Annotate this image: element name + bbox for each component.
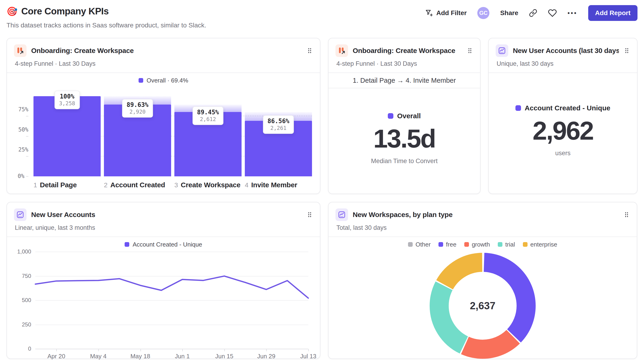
funnel-chart: 75%50%25%0%100%3,25889.63%2,92089.45%2,6… [15, 96, 312, 176]
legend-label: trial [505, 241, 515, 248]
line-report-icon [496, 44, 508, 57]
x-axis-tick [182, 349, 183, 351]
donut-center-total: 2,637 [429, 252, 536, 359]
step-number: 3 [174, 181, 178, 189]
step-number: 4 [245, 181, 248, 189]
value-tooltip: 100%3,258 [54, 91, 80, 109]
x-axis-label: Jun 29 [257, 353, 275, 360]
donut-chart: 2,637 [429, 252, 536, 359]
tooltip-count: 2,261 [268, 125, 290, 131]
legend-label: free [446, 241, 456, 248]
legend-label: Account Created - Unique [525, 104, 610, 112]
drag-handle-icon[interactable] [306, 211, 313, 219]
tooltip-count: 2,920 [127, 109, 148, 115]
drag-handle-icon[interactable] [306, 46, 313, 55]
donut-legend-item[interactable]: enterprise [523, 241, 557, 248]
step-name: Detail Page [40, 181, 77, 189]
metric-legend: Account Created - Unique [516, 104, 610, 112]
funnel-step-label: 4Invite Member [245, 181, 312, 189]
card-subtitle: 4-step Funnel · Last 30 Days [328, 57, 480, 72]
legend-label: Overall · 69.4% [146, 77, 188, 84]
y-axis-label: 25% [15, 146, 28, 159]
add-filter-button[interactable]: Add Filter [425, 9, 467, 17]
x-axis-tick [98, 349, 99, 351]
funnel-report-icon [14, 44, 26, 57]
card-title[interactable]: Onboarding: Create Workspace [31, 47, 302, 55]
x-axis-label: May 18 [130, 353, 150, 360]
funnel-step-labels: 1Detail Page2Account Created3Create Work… [34, 181, 312, 189]
funnel-step-column: 100%3,258 [34, 96, 101, 176]
metric-caption: Median Time to Convert [371, 158, 438, 165]
y-axis-label: 50% [15, 126, 28, 139]
funnel-step-label: 1Detail Page [34, 181, 101, 189]
funnel-step-label: 2Account Created [104, 181, 171, 189]
tooltip-percentage: 89.45% [197, 109, 219, 116]
card-title[interactable]: New Workspaces, by plan type [353, 211, 619, 219]
legend-swatch [138, 78, 143, 83]
add-filter-label: Add Filter [436, 9, 467, 17]
funnel-bars: 100%3,25889.63%2,92089.45%2,61286.56%2,2… [34, 96, 312, 176]
more-options-icon[interactable]: ••• [568, 9, 577, 17]
tooltip-percentage: 100% [59, 93, 75, 100]
link-icon[interactable] [529, 9, 537, 17]
card-subtitle: 4-step Funnel · Last 30 Days [7, 57, 320, 72]
share-button[interactable]: Share [500, 9, 518, 17]
metric-body: Overall 13.5d Median Time to Convert [328, 88, 480, 199]
value-tooltip: 89.45%2,612 [192, 106, 224, 125]
step-name: Invite Member [251, 181, 297, 189]
drag-handle-icon[interactable] [624, 46, 630, 55]
donut-legend: Otherfreegrowthtrialenterprise [328, 241, 637, 248]
value-tooltip: 89.63%2,920 [122, 99, 153, 118]
legend-swatch [464, 242, 469, 247]
page-title: Core Company KPIs [21, 6, 108, 16]
value-tooltip: 86.56%2,261 [263, 115, 294, 134]
drag-handle-icon[interactable] [466, 46, 473, 55]
divider [7, 72, 320, 73]
dashboard-emoji-icon: 🎯 [6, 7, 18, 16]
metric-body: Account Created - Unique 2,962 users [489, 73, 637, 199]
funnel-step-column: 89.45%2,612 [174, 96, 242, 176]
card-title[interactable]: Onboarding: Create Workspace [353, 47, 462, 55]
header-actions: Add Filter GC Share ••• Add Report [425, 5, 638, 21]
y-axis-label: 500 [15, 297, 31, 304]
x-axis-tick [140, 349, 141, 351]
y-axis-label: 250 [15, 321, 31, 328]
x-axis-label: Jun 1 [175, 353, 190, 360]
axis-tick [26, 176, 28, 177]
step-name: Create Workspace [181, 181, 240, 189]
donut-legend-item[interactable]: Other [408, 241, 430, 248]
funnel-plot: 75%50%25%0%100%3,25889.63%2,92089.45%2,6… [34, 96, 312, 176]
y-axis-label: 750 [15, 273, 31, 279]
line-chart: 02505007501,000 Apr 20May 4May 18Jun 1Ju… [15, 252, 312, 360]
y-axis-label: 0% [15, 173, 28, 179]
x-axis-labels: Apr 20May 4May 18Jun 1Jun 15Jun 29Jul 13 [35, 353, 308, 360]
y-axis-label: 1,000 [15, 248, 31, 255]
metric-value: 13.5d [374, 125, 435, 152]
legend-swatch [388, 113, 393, 119]
favorite-heart-icon[interactable] [548, 8, 557, 17]
tooltip-count: 2,612 [197, 116, 219, 122]
x-axis-label: Apr 20 [48, 353, 65, 360]
card-subtitle: Total, last 30 days [328, 221, 637, 237]
card-title[interactable]: New User Accounts (last 30 days) [513, 47, 619, 55]
add-report-button[interactable]: Add Report [588, 5, 638, 21]
y-axis-label: 75% [15, 106, 28, 119]
funnel-step-label: 3Create Workspace [174, 181, 242, 189]
x-axis-tick [224, 349, 225, 351]
x-axis-tick [266, 349, 267, 351]
donut-legend-item[interactable]: growth [464, 241, 490, 248]
line-report-icon [14, 208, 26, 221]
donut-legend-item[interactable]: free [438, 241, 456, 248]
legend-swatch [438, 242, 443, 247]
drag-handle-icon[interactable] [623, 211, 630, 219]
line-series-path [35, 276, 308, 298]
divider [7, 237, 320, 237]
x-axis-label: May 4 [90, 353, 107, 360]
tooltip-count: 3,258 [59, 100, 75, 106]
donut-legend-item[interactable]: trial [498, 241, 515, 248]
funnel-legend: Overall · 69.4% [7, 77, 320, 84]
dashboard-header: 🎯 Core Company KPIs This dataset tracks … [0, 0, 644, 38]
card-title[interactable]: New User Accounts [31, 211, 302, 219]
avatar[interactable]: GC [477, 7, 490, 19]
metric-value: 2,962 [533, 117, 593, 144]
